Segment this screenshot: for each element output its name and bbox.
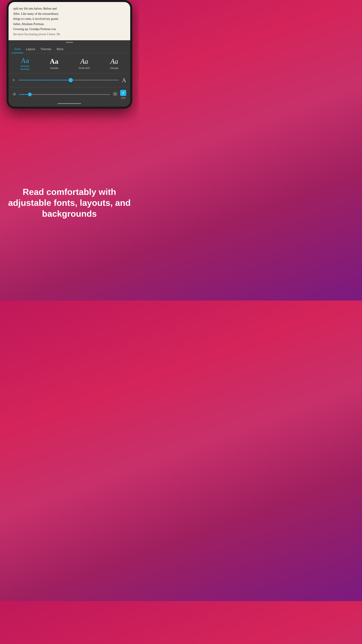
phone-frame: split my life into halves: Before and Af… <box>6 0 132 109</box>
font-name-bookerly: Bookerly <box>20 68 29 70</box>
phone-wrapper: split my life into halves: Before and Af… <box>3 0 136 109</box>
font-size-small-label: A <box>12 78 16 82</box>
svg-line-7 <box>13 95 13 95</box>
tab-font-label: Font <box>14 48 21 51</box>
settings-panel: Font Layout Themes More <box>8 44 130 102</box>
drag-pill <box>66 42 73 43</box>
fade-overlay <box>8 32 130 40</box>
phone-screen: split my life into halves: Before and Af… <box>8 2 130 107</box>
tab-font[interactable]: Font <box>12 46 23 53</box>
font-preview-bookerly: Aa <box>21 56 29 64</box>
active-underline-bookerly <box>20 66 29 66</box>
brightness-row: ✓ Auto <box>8 87 130 102</box>
font-option-caecilia[interactable]: Aa Caecilia <box>50 57 58 70</box>
svg-line-15 <box>116 95 117 96</box>
book-text-area: split my life into halves: Before and Af… <box>8 2 130 40</box>
auto-label: Auto <box>121 96 125 99</box>
book-line-1: split my life into halves: Before and <box>13 7 57 10</box>
tab-more-label: More <box>57 48 63 51</box>
svg-line-16 <box>113 95 114 96</box>
font-size-large-label: A <box>121 77 126 84</box>
svg-line-6 <box>15 95 15 95</box>
font-size-slider-container[interactable] <box>18 77 119 84</box>
svg-line-5 <box>13 93 13 93</box>
tab-themes[interactable]: Themes <box>38 46 54 53</box>
tabs-row: Font Layout Themes More <box>8 44 130 53</box>
tab-layout[interactable]: Layout <box>23 46 38 53</box>
svg-point-0 <box>14 94 15 94</box>
font-preview-droid: Aa <box>80 57 88 66</box>
font-name-droid: Droid Serif <box>79 67 90 70</box>
font-preview-georgia: Aa <box>110 57 118 66</box>
home-indicator <box>8 102 130 107</box>
tab-layout-label: Layout <box>26 48 35 51</box>
book-line-3: things to come, it involved my grand- <box>13 17 59 20</box>
tab-more[interactable]: More <box>54 46 66 53</box>
book-line-5: Growing up, Grandpa Portman was <box>13 27 56 31</box>
svg-line-14 <box>113 92 114 92</box>
auto-brightness-checkbox[interactable]: ✓ Auto <box>120 90 126 99</box>
checkmark-icon: ✓ <box>122 91 125 95</box>
book-line-2: After. Like many of the extraordinary <box>13 12 59 16</box>
brightness-slider-track <box>19 94 110 95</box>
font-option-bookerly[interactable]: Aa Bookerly <box>20 56 29 70</box>
font-option-georgia[interactable]: Aa Georgia <box>110 57 118 70</box>
checkbox-box: ✓ <box>120 90 126 96</box>
font-option-droid-serif[interactable]: Aa Droid Serif <box>79 57 90 70</box>
font-name-caecilia: Caecilia <box>50 67 58 70</box>
drag-handle-area[interactable] <box>8 40 130 44</box>
home-bar <box>58 103 81 104</box>
book-line-4: father, Abraham Portman. <box>13 22 44 26</box>
font-name-georgia: Georgia <box>110 67 118 70</box>
svg-line-17 <box>116 92 117 92</box>
brightness-icon-large <box>113 92 117 98</box>
font-size-slider-thumb[interactable] <box>68 78 73 82</box>
brightness-icon-small <box>12 92 16 97</box>
font-options-row: Aa Bookerly Aa Caecilia <box>8 53 130 73</box>
brightness-slider-container[interactable] <box>19 91 110 98</box>
promo-text: Read comfortably with adjustable fonts, … <box>7 186 132 219</box>
svg-point-9 <box>114 93 116 95</box>
promo-section: Read comfortably with adjustable fonts, … <box>0 109 139 300</box>
brightness-slider-thumb[interactable] <box>28 92 32 96</box>
font-size-row: A <box>8 73 130 87</box>
font-preview-caecilia: Aa <box>50 57 58 66</box>
tab-themes-label: Themes <box>40 48 51 51</box>
svg-line-8 <box>15 93 15 93</box>
